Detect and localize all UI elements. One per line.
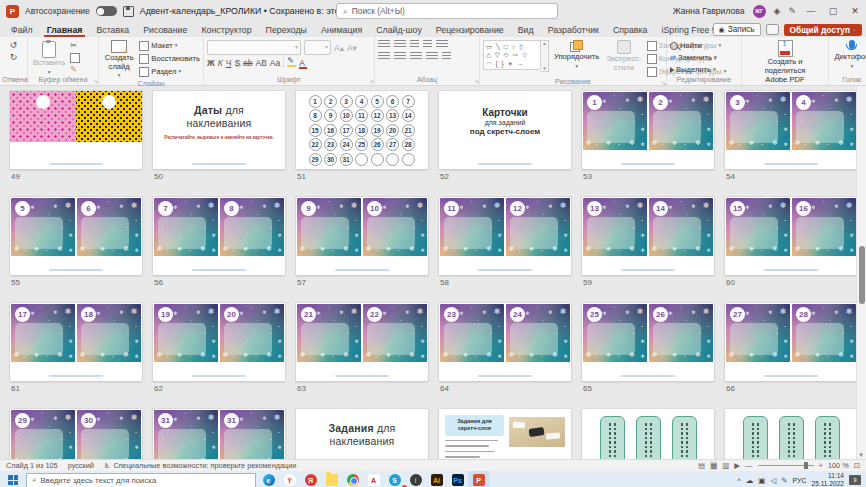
scrollbar-down-arrow[interactable]: ▼ [858, 452, 864, 458]
slide-58-thumbnail[interactable]: 11❄•❄•❄❄❄•❄❄•❄••••12❄•❄•❄❄❄•❄❄•❄•••• [439, 197, 571, 275]
fit-to-window-button[interactable]: ⊡ [854, 461, 860, 470]
section-button[interactable]: Раздел▾ [139, 66, 181, 77]
chevron-up-icon[interactable]: ^ [737, 476, 741, 485]
undo-button[interactable]: ↺ [10, 40, 18, 50]
tab-Рецензирование[interactable]: Рецензирование [429, 22, 511, 37]
font-style-button-АВ[interactable]: АВ [256, 58, 267, 68]
taskbar-app-powerpoint[interactable]: P [468, 471, 489, 487]
slide-56-thumbnail[interactable]: 7❄•❄•❄❄❄•❄❄•❄••••8❄•❄•❄❄❄•❄❄•❄•••• [153, 197, 285, 275]
autosave-toggle[interactable] [96, 6, 117, 16]
font-size-combo[interactable] [304, 40, 331, 55]
grow-font-button[interactable]: А▴ [334, 43, 344, 53]
shapes-gallery[interactable]: ▭ ╲ □ ○ ▯ △ ▽ ◇ ⇨ ☆ ◠ { } ✶ → ▲▼ [483, 40, 549, 72]
dialog-launcher-icon[interactable]: ⇘ [93, 78, 98, 84]
slide-62-thumbnail[interactable]: 19❄•❄•❄❄❄•❄❄•❄••••20❄•❄•❄❄❄•❄❄•❄•••• [153, 303, 285, 381]
format-painter-button[interactable]: ✎ [70, 65, 77, 75]
slide-71-thumbnail[interactable] [582, 409, 714, 459]
taskbar-app-yandex-browser[interactable]: Я [300, 471, 321, 487]
slide-55-thumbnail[interactable]: 5❄•❄•❄❄❄•❄❄•❄••••6❄•❄•❄❄❄•❄❄•❄•••• [10, 197, 142, 275]
collapse-ribbon-icon[interactable]: ⌄ [855, 75, 861, 83]
zoom-in-button[interactable]: + [819, 461, 823, 470]
close-button[interactable]: ✕ [848, 6, 862, 16]
paste-button[interactable]: Вставить▾ [31, 40, 67, 75]
tab-Рисование[interactable]: Рисование [136, 22, 194, 37]
tab-Главная[interactable]: Главная [40, 22, 90, 37]
zoom-out-button[interactable]: — [745, 461, 753, 470]
tab-Файл[interactable]: Файл [4, 22, 40, 37]
cloud-icon[interactable]: ☁ [746, 476, 754, 485]
align-right-button[interactable] [410, 52, 422, 61]
bullets-button[interactable] [378, 40, 390, 49]
copy-button[interactable] [70, 53, 80, 63]
minimize-button[interactable]: — [804, 6, 818, 16]
tab-Слайд-шоу[interactable]: Слайд-шоу [369, 22, 429, 37]
tab-Вставка[interactable]: Вставка [89, 22, 136, 37]
font-color-button[interactable]: А [299, 58, 305, 68]
highlight-color-button[interactable] [287, 58, 296, 67]
decrease-indent-button[interactable] [410, 40, 419, 49]
font-style-button-Аа[interactable]: Аа [270, 58, 281, 68]
slide-53-thumbnail[interactable]: 1❄•❄•❄❄❄•❄❄•❄••••2❄•❄•❄❄❄•❄❄•❄•••• [582, 91, 714, 169]
slide-65-thumbnail[interactable]: 25❄•❄•❄❄❄•❄❄•❄••••26❄•❄•❄❄❄•❄❄•❄•••• [582, 303, 714, 381]
font-style-button-Ч[interactable]: Ч [226, 58, 232, 68]
find-button[interactable]: Найти [670, 40, 702, 51]
slide-sorter-view-button[interactable]: ▦ [710, 461, 717, 470]
keyboard-language[interactable]: РУС [792, 477, 806, 484]
taskbar-app-acrobat-reader[interactable]: A [363, 471, 384, 487]
slide-61-thumbnail[interactable]: 17❄•❄•❄❄❄•❄❄•❄••••18❄•❄•❄❄❄•❄❄•❄•••• [10, 303, 142, 381]
justify-button[interactable] [426, 52, 438, 61]
pen-icon[interactable]: ✎ [788, 6, 796, 16]
taskbar-search[interactable]: ⌕ Введите здесь текст для поиска [26, 473, 256, 487]
font-style-button-К[interactable]: К [218, 58, 223, 68]
redo-button[interactable]: ↻ [10, 52, 18, 62]
tab-Разработчик[interactable]: Разработчик [541, 22, 606, 37]
taskbar-app-photoshop[interactable]: Ps [447, 471, 468, 487]
dialog-launcher-icon[interactable]: ⇘ [474, 78, 479, 84]
record-button[interactable]: ◉ Запись [713, 23, 761, 36]
tab-Переходы[interactable]: Переходы [259, 22, 314, 37]
select-button[interactable]: Выделить▾ [670, 64, 716, 75]
tab-Анимация[interactable]: Анимация [314, 22, 369, 37]
cut-button[interactable]: ✂ [70, 41, 77, 51]
arrange-button[interactable]: Упорядочить▾ [552, 40, 601, 69]
comments-icon[interactable] [766, 24, 779, 35]
reset-button[interactable]: Восстановить [139, 53, 200, 64]
dictate-button[interactable]: Диктофон▾ [832, 40, 866, 69]
font-style-button-ab[interactable]: ab [243, 58, 252, 68]
avatar[interactable]: ЖГ [753, 5, 766, 18]
layout-button[interactable]: Макет▾ [139, 40, 177, 51]
reading-view-button[interactable]: ▥ [722, 461, 729, 470]
slide-60-thumbnail[interactable]: 15❄•❄•❄❄❄•❄❄•❄••••16❄•❄•❄❄❄•❄❄•❄•••• [725, 197, 857, 275]
font-style-button-S[interactable]: S [234, 58, 240, 68]
slide-72-thumbnail[interactable] [725, 409, 857, 459]
search-box[interactable]: ⌕ Поиск (Alt+Ы) [336, 3, 558, 19]
replace-button[interactable]: ⇄Заменить▾ [670, 52, 717, 63]
taskbar-app-skype[interactable]: S [384, 471, 405, 487]
slide-63-thumbnail[interactable]: 21❄•❄•❄❄❄•❄❄•❄••••22❄•❄•❄❄❄•❄❄•❄•••• [296, 303, 428, 381]
shrink-font-button[interactable]: А▾ [347, 43, 357, 53]
share-button[interactable]: Общий доступ▾ [784, 24, 862, 36]
clock[interactable]: 11:14 25.11.2022 [811, 472, 844, 487]
increase-indent-button[interactable] [423, 40, 432, 49]
dialog-launcher-icon[interactable]: ⇘ [369, 78, 374, 84]
slide-57-thumbnail[interactable]: 9❄•❄•❄❄❄•❄❄•❄••••10❄•❄•❄❄❄•❄❄•❄•••• [296, 197, 428, 275]
slide-69-thumbnail[interactable]: Задания для наклеивания [296, 409, 428, 459]
zoom-slider-knob[interactable] [804, 462, 808, 469]
taskbar-app-illustrator[interactable]: Ai [426, 471, 447, 487]
tab-Справка[interactable]: Справка [606, 22, 655, 37]
pen-icon[interactable]: ✎ [781, 476, 787, 485]
vertical-scrollbar[interactable]: ▼ [856, 86, 866, 459]
shapes-gallery-scroll[interactable]: ▲▼ [541, 40, 549, 72]
taskbar-app-chrome[interactable] [342, 471, 363, 487]
slideshow-button[interactable]: ▶ [734, 461, 740, 470]
slide-66-thumbnail[interactable]: 27❄•❄•❄❄❄•❄❄•❄••••28❄•❄•❄❄❄•❄❄•❄•••• [725, 303, 857, 381]
slide-52-thumbnail[interactable]: Карточкидля заданийпод скретч-слоем [439, 91, 571, 169]
scrollbar-thumb[interactable] [859, 246, 865, 304]
diamond-icon[interactable]: ◈ [774, 6, 781, 16]
slide-67-thumbnail[interactable]: 29❄•❄•❄❄❄•❄❄•❄••••30❄•❄•❄❄❄•❄❄•❄•••• [10, 409, 142, 459]
font-name-combo[interactable] [207, 40, 301, 55]
align-left-button[interactable] [378, 52, 390, 61]
columns-button[interactable] [442, 52, 451, 61]
numbering-button[interactable] [394, 40, 406, 49]
monitor-icon[interactable]: ▣ [758, 476, 765, 485]
